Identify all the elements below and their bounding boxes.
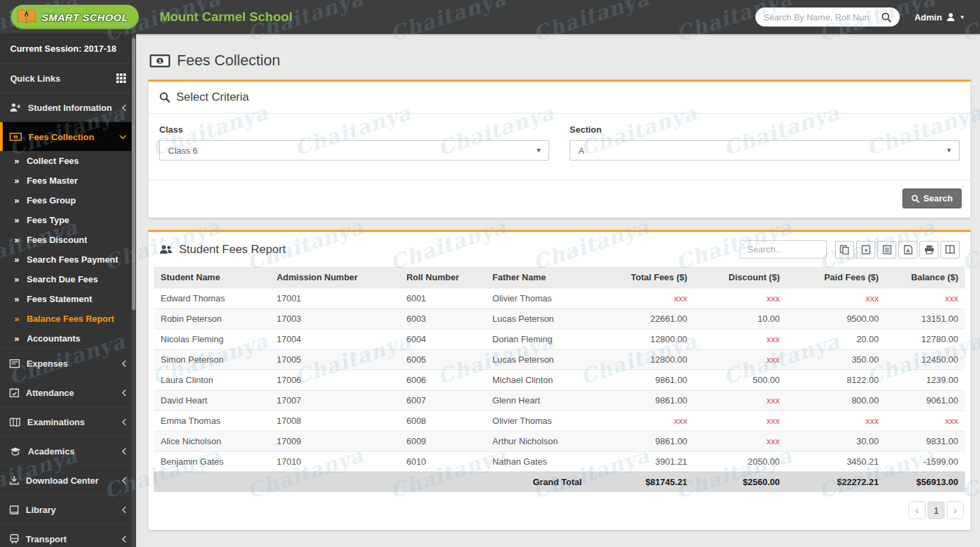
table-search-input[interactable] bbox=[740, 240, 827, 259]
cell-student-name: Emma Thomas bbox=[154, 411, 270, 431]
sidebar-item-student-information[interactable]: Student Information bbox=[0, 93, 136, 122]
table-row: Edward Thomas170016001Olivier Thomasxxxx… bbox=[154, 288, 965, 309]
scrollbar-thumb[interactable] bbox=[132, 38, 135, 310]
export-excel-button[interactable]: x bbox=[856, 241, 875, 259]
col-father-name[interactable]: Father Name bbox=[486, 267, 589, 288]
book-icon bbox=[10, 505, 19, 514]
class-select[interactable]: Class 6 ▼ bbox=[159, 140, 549, 161]
cell-father-name: Nathan Gates bbox=[486, 452, 589, 472]
subitem-label: Fees Master bbox=[27, 176, 78, 186]
chevron-left-icon bbox=[122, 477, 127, 484]
cell-discount: 500.00 bbox=[694, 370, 787, 391]
double-arrow-icon: » bbox=[14, 235, 19, 245]
sidebar-item-label: Library bbox=[26, 505, 115, 515]
sidebar-subitem-collect-fees[interactable]: »Collect Fees bbox=[0, 151, 136, 171]
cell-discount: xxx bbox=[694, 288, 787, 309]
sidebar-item-download-center[interactable]: Download Center bbox=[0, 465, 136, 495]
export-csv-button[interactable] bbox=[877, 241, 896, 259]
quick-links-label: Quick Links bbox=[10, 73, 61, 84]
col-paid-fees[interactable]: Paid Fees ($) bbox=[787, 267, 885, 288]
subitem-label: Fees Group bbox=[27, 195, 76, 205]
print-button[interactable] bbox=[919, 241, 938, 259]
search-icon[interactable] bbox=[881, 12, 892, 22]
sidebar-item-label: Download Center bbox=[26, 476, 115, 486]
col-total-fees[interactable]: Total Fees ($) bbox=[589, 267, 694, 288]
graduation-cap-icon bbox=[10, 447, 21, 456]
sidebar-item-fees-collection[interactable]: 1 Fees Collection bbox=[0, 122, 136, 151]
double-arrow-icon: » bbox=[14, 156, 19, 166]
calendar-check-icon bbox=[10, 388, 19, 397]
sidebar: Current Session: 2017-18 Quick Links Stu… bbox=[0, 34, 136, 547]
global-search-input[interactable] bbox=[764, 12, 877, 22]
sidebar-subitem-fees-group[interactable]: »Fees Group bbox=[0, 190, 136, 210]
bus-icon bbox=[10, 534, 19, 544]
sidebar-item-attendance[interactable]: Attendance bbox=[0, 378, 136, 407]
cell-admission-number: 17004 bbox=[270, 329, 399, 350]
pagination-next-button[interactable]: › bbox=[947, 501, 964, 519]
page-title-text: Fees Collection bbox=[177, 52, 280, 69]
quick-links[interactable]: Quick Links bbox=[0, 63, 136, 93]
cell-total-fees: xxx bbox=[589, 411, 694, 431]
column-visibility-button[interactable] bbox=[941, 241, 960, 259]
subitem-label: Accountants bbox=[27, 333, 80, 344]
cell-father-name: Olivier Thomas bbox=[486, 411, 589, 431]
cell-paid-fees: 9500.00 bbox=[787, 309, 885, 329]
chevron-left-icon bbox=[122, 418, 127, 426]
cell-discount: xxx bbox=[694, 431, 787, 452]
col-admission-number[interactable]: Admission Number bbox=[270, 267, 399, 288]
cell-roll-number: 6005 bbox=[399, 350, 485, 370]
col-roll-number[interactable]: Roll Number bbox=[399, 267, 485, 288]
col-discount[interactable]: Discount ($) bbox=[694, 267, 787, 288]
cell-total-fees: 9861.00 bbox=[589, 431, 694, 452]
cell-admission-number: 17005 bbox=[270, 350, 399, 370]
cell-paid-fees: 350.00 bbox=[787, 350, 885, 370]
admin-menu[interactable]: Admin ▼ bbox=[915, 12, 965, 22]
export-copy-button[interactable] bbox=[835, 241, 854, 259]
sidebar-item-examinations[interactable]: Examinations bbox=[0, 407, 136, 436]
sidebar-item-transport[interactable]: Transport bbox=[0, 524, 136, 547]
pagination-page-1-button[interactable]: 1 bbox=[928, 501, 945, 519]
sidebar-subitem-fees-statement[interactable]: »Fees Statement bbox=[0, 289, 136, 309]
sidebar-subitem-fees-type[interactable]: »Fees Type bbox=[0, 210, 136, 230]
sidebar-subitem-fees-master[interactable]: »Fees Master bbox=[0, 171, 136, 190]
banknote-icon: 1 bbox=[10, 133, 22, 141]
global-search[interactable] bbox=[755, 7, 900, 27]
sidebar-item-expenses[interactable]: Expenses bbox=[0, 348, 136, 378]
cell-discount: xxx bbox=[694, 391, 787, 411]
grand-total-discount: $2560.00 bbox=[694, 472, 787, 493]
sidebar-scrollbar[interactable] bbox=[131, 34, 136, 547]
col-student-name[interactable]: Student Name bbox=[154, 267, 270, 288]
sidebar-subitem-accountants[interactable]: »Accountants bbox=[0, 329, 136, 348]
admin-label: Admin bbox=[915, 12, 942, 22]
sidebar-subitem-balance-fees-report[interactable]: »Balance Fees Report bbox=[0, 309, 136, 329]
report-title-text: Student Fees Report bbox=[179, 243, 286, 256]
export-pdf-button[interactable]: A bbox=[898, 241, 917, 259]
cell-balance: 13151.00 bbox=[885, 309, 965, 329]
chevron-down-icon: ▼ bbox=[960, 14, 965, 20]
cell-roll-number: 6004 bbox=[399, 329, 485, 350]
cell-student-name: Benjamin Gates bbox=[154, 452, 270, 472]
section-select[interactable]: A ▼ bbox=[570, 140, 960, 161]
cell-balance: -1599.00 bbox=[885, 452, 965, 472]
columns-icon bbox=[945, 245, 955, 254]
app-logo[interactable]: SMART SCHOOL bbox=[11, 5, 139, 29]
col-balance[interactable]: Balance ($) bbox=[885, 267, 965, 288]
sidebar-item-library[interactable]: Library bbox=[0, 495, 136, 524]
double-arrow-icon: » bbox=[14, 274, 19, 284]
cell-paid-fees: 20.00 bbox=[787, 329, 885, 350]
subitem-label: Search Due Fees bbox=[27, 274, 98, 284]
cell-balance: 9061.00 bbox=[885, 391, 965, 411]
search-button[interactable]: Search bbox=[902, 188, 962, 208]
cell-father-name: Arthur Nicholson bbox=[486, 431, 589, 452]
criteria-card-header: Select Criteria bbox=[148, 82, 970, 114]
sidebar-item-label: Transport bbox=[26, 534, 115, 544]
pdf-file-icon: A bbox=[904, 245, 913, 254]
cell-discount: xxx bbox=[694, 411, 787, 431]
sidebar-item-academics[interactable]: Academics bbox=[0, 436, 136, 465]
pagination-prev-button[interactable]: ‹ bbox=[909, 501, 926, 519]
sidebar-subitem-search-fees-payment[interactable]: »Search Fees Payment bbox=[0, 250, 136, 269]
grand-total-label: Grand Total bbox=[486, 472, 589, 493]
sidebar-subitem-search-due-fees[interactable]: »Search Due Fees bbox=[0, 269, 136, 289]
cell-father-name: Glenn Heart bbox=[486, 391, 589, 411]
sidebar-subitem-fees-discount[interactable]: »Fees Discount bbox=[0, 230, 136, 250]
